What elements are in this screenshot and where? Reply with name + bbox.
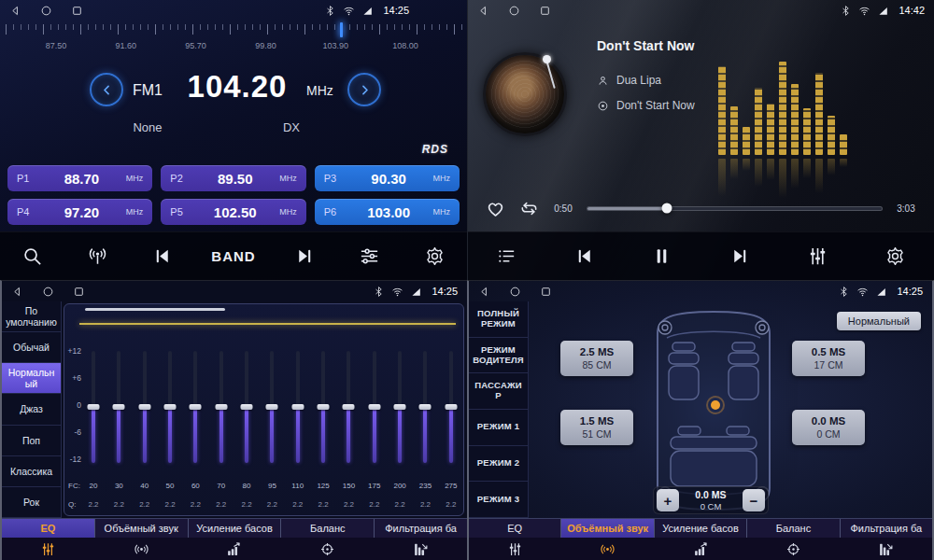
listening-mode-5[interactable]: РЕЖИМ 2 [469, 446, 528, 483]
nav-home-icon[interactable] [42, 286, 54, 298]
audio-settings-button[interactable] [348, 239, 391, 274]
balance-target-icon[interactable] [747, 541, 840, 557]
filter-bars-icon[interactable] [840, 541, 932, 557]
tab-bass-boost[interactable]: Усиление басов [189, 519, 282, 538]
tab-bass-boost[interactable]: Усиление басов [655, 519, 747, 538]
tune-up-button[interactable] [347, 73, 381, 106]
settings-button[interactable] [413, 239, 456, 274]
repeat-button[interactable] [518, 198, 540, 219]
slider-thumb[interactable] [445, 404, 457, 410]
eq-band-slider[interactable] [112, 351, 125, 463]
tab-surround-sound[interactable]: Объёмный звук [561, 519, 654, 538]
nav-back-icon[interactable] [478, 286, 490, 298]
delay-decrease-button[interactable]: − [743, 489, 765, 511]
seek-bar-thumb[interactable] [662, 203, 672, 214]
playlist-button[interactable] [486, 239, 529, 274]
band-button[interactable]: BAND [205, 239, 261, 274]
previous-track-button[interactable] [563, 239, 606, 274]
nav-back-icon[interactable] [11, 286, 23, 298]
eq-preset-1[interactable]: По умолчанию [2, 301, 61, 332]
scroll-indicator[interactable] [85, 308, 225, 311]
preset-p4[interactable]: P497.20MHz [7, 199, 152, 225]
eq-band-slider[interactable] [240, 351, 253, 463]
bass-boost-icon[interactable] [188, 541, 281, 557]
eq-band-slider[interactable] [418, 351, 432, 463]
eq-preset-6[interactable]: Классика [2, 456, 61, 487]
preset-p5[interactable]: P5102.50MHz [161, 199, 305, 225]
frequency-scale[interactable]: 87.5091.6095.7099.80103.90108.00 [0, 22, 467, 56]
preset-p2[interactable]: P289.50MHz [161, 165, 305, 191]
slider-thumb[interactable] [88, 404, 100, 410]
preset-p1[interactable]: P188.70MHz [7, 165, 152, 191]
listening-mode-4[interactable]: РЕЖИМ 1 [469, 410, 528, 446]
listening-mode-2[interactable]: РЕЖИМ ВОДИТЕЛЯ [469, 338, 528, 374]
seek-down-button[interactable] [141, 239, 184, 274]
tab-eq[interactable]: EQ [2, 519, 95, 538]
sound-profile-button[interactable]: Нормальный [837, 312, 921, 330]
slider-thumb[interactable] [113, 404, 125, 410]
slider-thumb[interactable] [190, 404, 202, 410]
nav-recents-icon[interactable] [540, 286, 552, 298]
listening-mode-1[interactable]: ПОЛНЫЙ РЕЖИМ [469, 301, 528, 338]
eq-band-slider[interactable] [291, 351, 304, 463]
slider-thumb[interactable] [368, 404, 380, 410]
delay-rear-left[interactable]: 1.5 MS 51 CM [560, 410, 633, 445]
eq-band-slider[interactable] [215, 351, 228, 463]
eq-band-slider[interactable] [87, 351, 100, 463]
tab-eq[interactable]: EQ [469, 519, 561, 538]
seek-bar[interactable] [587, 206, 883, 211]
eq-preset-3[interactable]: Нормальный [2, 363, 61, 394]
eq-band-slider[interactable] [189, 351, 202, 463]
tab-surround-sound[interactable]: Объёмный звук [95, 519, 189, 538]
eq-preset-4[interactable]: Джаз [2, 394, 61, 425]
delay-front-right[interactable]: 0.5 MS 17 CM [792, 341, 865, 376]
eq-preset-7[interactable]: Рок [2, 487, 61, 518]
auto-scan-button[interactable] [76, 239, 119, 274]
eq-sliders-icon[interactable] [469, 541, 561, 557]
nav-home-icon[interactable] [40, 5, 52, 17]
eq-band-slider[interactable] [138, 351, 151, 463]
eq-band-slider[interactable] [317, 351, 330, 463]
slider-thumb[interactable] [419, 404, 432, 410]
surround-speaker-icon[interactable] [561, 541, 654, 557]
balance-target-icon[interactable] [281, 541, 375, 557]
bass-boost-icon[interactable] [654, 541, 746, 557]
eq-band-slider[interactable] [342, 351, 355, 463]
seek-up-button[interactable] [283, 239, 326, 274]
preset-p3[interactable]: P390.30MHz [315, 165, 460, 191]
listening-mode-6[interactable]: РЕЖИМ 3 [469, 482, 528, 518]
nav-home-icon[interactable] [508, 5, 520, 17]
tab-filter[interactable]: Фильтрация ба [375, 519, 467, 538]
delay-increase-button[interactable]: + [657, 489, 679, 511]
settings-button[interactable] [873, 239, 916, 274]
slider-thumb[interactable] [291, 404, 304, 410]
surround-speaker-icon[interactable] [95, 541, 189, 557]
nav-recents-icon[interactable] [73, 286, 85, 298]
filter-bars-icon[interactable] [374, 541, 467, 557]
slider-thumb[interactable] [318, 404, 330, 410]
listening-mode-3[interactable]: ПАССАЖИР [469, 373, 528, 410]
eq-sliders-icon[interactable] [2, 541, 95, 557]
slider-thumb[interactable] [266, 404, 278, 410]
tab-balance[interactable]: Баланс [747, 519, 840, 538]
slider-thumb[interactable] [343, 404, 355, 410]
nav-home-icon[interactable] [509, 286, 521, 298]
slider-thumb[interactable] [241, 404, 253, 410]
pause-button[interactable] [641, 239, 684, 274]
next-track-button[interactable] [718, 239, 761, 274]
eq-band-slider[interactable] [445, 351, 458, 463]
slider-thumb[interactable] [138, 404, 150, 410]
delay-rear-right[interactable]: 0.0 MS 0 CM [792, 410, 865, 445]
tab-balance[interactable]: Баланс [281, 519, 375, 538]
eq-band-slider[interactable] [393, 351, 406, 463]
eq-preset-5[interactable]: Поп [2, 426, 61, 456]
eq-band-slider[interactable] [368, 351, 381, 463]
search-button[interactable] [11, 239, 54, 274]
equalizer-button[interactable] [796, 239, 839, 274]
car-top-view[interactable] [630, 309, 798, 512]
eq-band-slider[interactable] [265, 351, 278, 463]
slider-thumb[interactable] [394, 404, 406, 410]
slider-thumb[interactable] [215, 404, 227, 410]
eq-preset-2[interactable]: Обычай [2, 332, 61, 363]
tab-filter[interactable]: Фильтрация ба [841, 519, 932, 538]
